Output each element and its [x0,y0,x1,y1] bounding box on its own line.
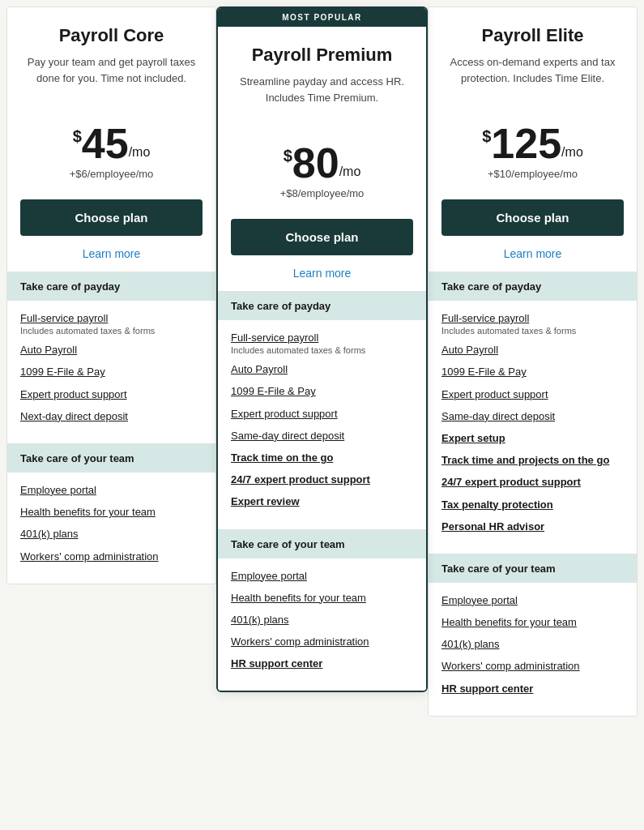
plan-price-core: $ 45 /mo [23,122,199,165]
plan-header-core: Payroll Core Pay your team and get payro… [7,7,215,109]
feature-link[interactable]: 24/7 expert product support [231,473,370,486]
feature-item: 401(k) plans [441,636,624,652]
feature-link[interactable]: HR support center [441,682,533,695]
feature-item: 24/7 expert product support [441,474,624,490]
feature-item: Expert setup [441,430,624,446]
feature-link[interactable]: Full-service payroll [20,312,108,324]
plan-card-core: Payroll Core Pay your team and get payro… [6,6,216,584]
feature-link[interactable]: Health benefits for your team [441,616,577,628]
section-core-1: Take care of your team Employee portalHe… [7,443,215,584]
feature-link[interactable]: Expert product support [441,388,548,400]
feature-link[interactable]: Full-service payroll [441,312,529,324]
plan-title-core: Payroll Core [23,25,199,46]
feature-sub: Includes automated taxes & forms [441,326,624,336]
feature-link[interactable]: HR support center [231,657,322,670]
feature-link[interactable]: Employee portal [231,570,307,582]
learn-more-link-core[interactable]: Learn more [7,247,215,260]
feature-item: Workers' comp administration [20,549,203,564]
price-dollar-elite: $ [482,127,491,146]
feature-link[interactable]: 401(k) plans [441,638,500,650]
learn-more-link-elite[interactable]: Learn more [429,247,637,260]
feature-link[interactable]: 401(k) plans [231,614,289,626]
features-list-premium-1: Employee portalHealth benefits for your … [218,558,426,691]
feature-item: Employee portal [441,593,624,608]
feature-link[interactable]: Same-day direct deposit [441,410,555,422]
feature-link[interactable]: Auto Payroll [231,363,288,375]
plan-card-elite: Payroll Elite Access on-demand experts a… [428,6,638,717]
feature-item: 1099 E-File & Pay [441,364,624,379]
choose-plan-button-core[interactable]: Choose plan [20,199,203,236]
feature-item: HR support center [231,656,413,671]
choose-plan-button-premium[interactable]: Choose plan [231,219,413,255]
feature-item: Expert product support [231,406,413,421]
feature-link[interactable]: Employee portal [20,484,96,496]
feature-item: Workers' comp administration [441,658,624,674]
feature-link[interactable]: Health benefits for your team [231,592,366,604]
feature-item: Full-service payrollIncludes automated t… [231,330,413,355]
feature-link[interactable]: Personal HR advisor [441,520,544,533]
feature-link[interactable]: Workers' comp administration [231,635,369,648]
choose-plan-button-elite[interactable]: Choose plan [441,199,624,236]
feature-link[interactable]: Auto Payroll [20,344,77,356]
feature-link[interactable]: 1099 E-File & Pay [231,385,316,397]
feature-link[interactable]: Track time and projects on the go [441,454,609,466]
learn-more-link-premium[interactable]: Learn more [218,267,426,280]
feature-link[interactable]: Employee portal [441,594,518,606]
feature-sub: Includes automated taxes & forms [231,345,413,355]
features-list-core-1: Employee portalHealth benefits for your … [7,473,215,584]
feature-link[interactable]: 1099 E-File & Pay [441,366,527,378]
plan-header-elite: Payroll Elite Access on-demand experts a… [429,7,637,109]
feature-link[interactable]: Workers' comp administration [441,660,580,672]
feature-item: 401(k) plans [231,612,413,627]
feature-link[interactable]: Expert setup [441,432,505,444]
feature-item: Employee portal [231,568,413,584]
feature-link[interactable]: Track time on the go [231,451,333,464]
plan-price-premium: $ 80 /mo [234,142,410,184]
feature-item: Full-service payrollIncludes automated t… [20,310,203,336]
feature-item: Expert product support [441,387,624,402]
feature-item: Auto Payroll [20,342,203,357]
section-premium-0: Take care of payday Full-service payroll… [218,291,426,529]
feature-item: Employee portal [20,482,203,498]
plan-price-block-core: $ 45 /mo +$6/employee/mo [7,109,215,199]
feature-link[interactable]: Workers' comp administration [20,550,159,563]
feature-link[interactable]: Health benefits for your team [20,506,156,518]
section-premium-1: Take care of your team Employee portalHe… [218,529,426,691]
feature-item: Full-service payrollIncludes automated t… [441,310,624,336]
feature-item: HR support center [441,681,624,696]
plan-title-premium: Payroll Premium [234,45,410,66]
feature-item: Tax penalty protection [441,497,624,512]
feature-item: Auto Payroll [441,342,624,357]
feature-sub: Includes automated taxes & forms [20,326,203,336]
most-popular-badge: MOST POPULAR [218,8,426,27]
feature-item: Track time on the go [231,450,413,465]
section-header-elite-1: Take care of your team [429,554,637,583]
feature-link[interactable]: Expert product support [231,408,338,420]
plan-description-core: Pay your team and get payroll taxes done… [23,54,199,96]
plan-card-premium: MOST POPULAR Payroll Premium Streamline … [216,6,428,692]
feature-link[interactable]: Expert product support [20,388,127,400]
feature-item: 1099 E-File & Pay [20,364,203,379]
feature-item: Track time and projects on the go [441,452,624,468]
feature-link[interactable]: Tax penalty protection [441,498,553,511]
feature-link[interactable]: 1099 E-File & Pay [20,366,105,378]
pricing-container: Payroll Core Pay your team and get payro… [0,0,644,733]
price-dollar-premium: $ [284,147,292,165]
feature-item: 1099 E-File & Pay [231,383,413,399]
price-employee-elite: +$10/employee/mo [445,168,621,180]
feature-link[interactable]: Auto Payroll [441,344,498,356]
feature-link[interactable]: 24/7 expert product support [441,476,581,488]
feature-item: 401(k) plans [20,526,203,541]
feature-link[interactable]: 401(k) plans [20,528,79,540]
features-list-elite-0: Full-service payrollIncludes automated t… [429,301,637,554]
feature-link[interactable]: Next-day direct deposit [20,410,128,422]
feature-link[interactable]: Same-day direct deposit [231,430,344,442]
plan-description-premium: Streamline payday and access HR. Include… [234,74,410,116]
price-amount-core: 45 [82,122,129,165]
feature-link[interactable]: Full-service payroll [231,332,318,344]
plan-price-block-elite: $ 125 /mo +$10/employee/mo [429,109,637,199]
section-header-core-1: Take care of your team [7,444,215,473]
feature-link[interactable]: Expert review [231,495,300,507]
section-header-elite-0: Take care of payday [429,272,637,301]
feature-item: Next-day direct deposit [20,409,203,424]
